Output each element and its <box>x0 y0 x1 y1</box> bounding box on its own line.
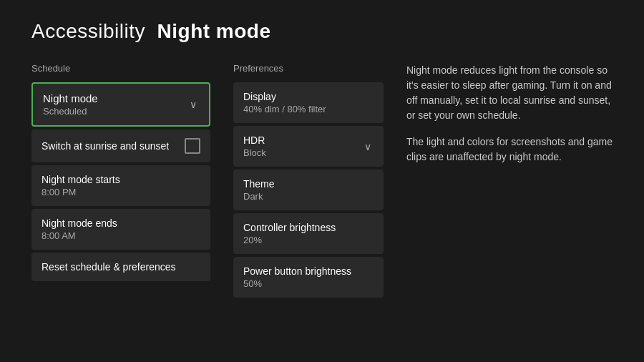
theme-item[interactable]: Theme Dark <box>233 170 384 210</box>
night-mode-subtitle: Scheduled <box>43 106 98 117</box>
night-mode-card[interactable]: Night mode Scheduled ∨ <box>31 82 210 127</box>
night-mode-starts-item[interactable]: Night mode starts 8:00 PM <box>31 165 210 206</box>
hdr-item[interactable]: HDR Block ∨ <box>233 126 384 167</box>
page-container: Accessibility Night mode Schedule Night … <box>0 0 644 362</box>
controller-brightness-item[interactable]: Controller brightness 20% <box>233 213 384 254</box>
power-button-brightness-item[interactable]: Power button brightness 50% <box>233 257 384 298</box>
night-mode-chevron-icon: ∨ <box>187 99 199 110</box>
hdr-value: Block <box>243 147 266 158</box>
sunrise-checkbox[interactable] <box>185 138 200 154</box>
power-brightness-value: 50% <box>243 278 374 289</box>
info-paragraph-2: The light and colors for screenshots and… <box>406 134 613 165</box>
starts-title: Night mode starts <box>42 174 200 185</box>
night-mode-title: Night mode <box>43 92 98 104</box>
hdr-title: HDR <box>243 134 266 146</box>
night-mode-card-text: Night mode Scheduled <box>43 92 98 117</box>
controller-brightness-title: Controller brightness <box>243 222 374 233</box>
ends-title: Night mode ends <box>42 217 200 229</box>
hdr-text: HDR Block <box>243 134 266 158</box>
display-item[interactable]: Display 40% dim / 80% filter <box>233 82 384 123</box>
sunrise-item[interactable]: Switch at sunrise and sunset <box>31 129 210 162</box>
preferences-column: Preferences Display 40% dim / 80% filter… <box>233 63 384 300</box>
preferences-section-label: Preferences <box>233 63 384 74</box>
starts-value: 8:00 PM <box>42 187 200 197</box>
theme-title: Theme <box>243 178 374 190</box>
night-mode-ends-item[interactable]: Night mode ends 8:00 AM <box>31 209 210 250</box>
info-column: Night mode reduces light from the consol… <box>406 63 613 300</box>
sunrise-label: Switch at sunrise and sunset <box>42 140 169 152</box>
schedule-column: Schedule Night mode Scheduled ∨ Switch a… <box>31 63 210 300</box>
info-paragraph-1: Night mode reduces light from the consol… <box>406 63 613 123</box>
reset-title: Reset schedule & preferences <box>42 261 200 273</box>
display-value: 40% dim / 80% filter <box>243 104 374 114</box>
power-brightness-title: Power button brightness <box>243 265 374 277</box>
content-area: Schedule Night mode Scheduled ∨ Switch a… <box>31 63 613 300</box>
schedule-section-label: Schedule <box>31 63 210 74</box>
breadcrumb-bold: Night mode <box>157 20 271 42</box>
breadcrumb-normal: Accessibility <box>31 20 145 42</box>
page-title: Accessibility Night mode <box>31 20 613 43</box>
controller-brightness-value: 20% <box>243 235 374 245</box>
ends-value: 8:00 AM <box>42 230 200 241</box>
display-title: Display <box>243 91 374 102</box>
theme-value: Dark <box>243 191 374 202</box>
reset-item[interactable]: Reset schedule & preferences <box>31 253 210 281</box>
hdr-chevron-icon: ∨ <box>362 141 374 152</box>
